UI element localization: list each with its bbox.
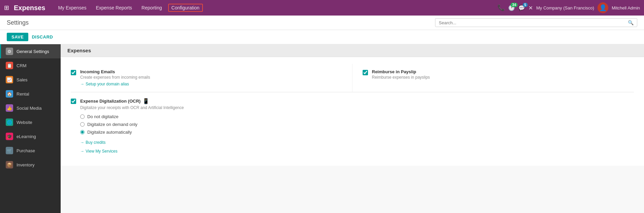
ocr-title: Expense Digitalization (OCR) 📱 bbox=[80, 98, 184, 104]
message-icon[interactable]: 💬 5 bbox=[518, 5, 525, 11]
ocr-checkbox[interactable] bbox=[71, 99, 76, 104]
incoming-emails-label: Incoming Emails bbox=[80, 69, 150, 74]
option-do-not-digitalize[interactable]: Do not digitalize bbox=[80, 114, 634, 119]
sidebar-label-general: General Settings bbox=[17, 49, 49, 54]
sidebar-item-website[interactable]: 🌐 Website bbox=[0, 115, 61, 129]
sidebar-item-inventory[interactable]: 📦 Inventory bbox=[0, 158, 61, 172]
buy-credits-link[interactable]: → Buy credits bbox=[80, 140, 634, 145]
apps-grid-icon[interactable]: ⊞ bbox=[4, 4, 9, 11]
message-badge: 5 bbox=[523, 3, 528, 7]
reimburse-desc: Reimburse expenses in payslips bbox=[372, 75, 430, 80]
settings-body: Incoming Emails Create expenses from inc… bbox=[61, 57, 644, 166]
phone-icon[interactable]: 📞 bbox=[497, 4, 505, 11]
sidebar-item-purchase[interactable]: 🛒 Purchase bbox=[0, 143, 61, 158]
website-icon: 🌐 bbox=[6, 118, 13, 126]
ocr-icon: 📱 bbox=[143, 98, 149, 104]
setup-domain-link[interactable]: → Setup your domain alias bbox=[80, 82, 150, 86]
top-nav-right: 📞 🕐 34 💬 5 ✕ My Company (San Francisco) … bbox=[497, 2, 640, 13]
sales-icon: 📈 bbox=[6, 76, 13, 83]
sidebar-label-inventory: Inventory bbox=[17, 162, 34, 167]
top-navigation: ⊞ Expenses My Expenses Expense Reports R… bbox=[0, 0, 644, 16]
search-bar: 🔍 bbox=[435, 18, 637, 27]
sidebar-label-sales: Sales bbox=[17, 77, 28, 82]
sidebar-label-elearning: eLearning bbox=[17, 134, 36, 139]
crm-icon: 📋 bbox=[6, 62, 13, 69]
section-header: Expenses bbox=[61, 44, 644, 57]
nav-my-expenses[interactable]: My Expenses bbox=[55, 4, 90, 12]
general-settings-icon: ⚙ bbox=[6, 48, 13, 55]
sidebar-label-social: Social Media bbox=[17, 106, 41, 111]
sidebar-label-purchase: Purchase bbox=[17, 148, 35, 153]
activity-badge: 34 bbox=[511, 3, 518, 7]
reimburse-setting: Reimburse in Payslip Reimburse expenses … bbox=[352, 64, 634, 92]
ocr-desc: Digitalize your receipts with OCR and Ar… bbox=[80, 105, 184, 110]
nav-configuration[interactable]: Configuration bbox=[168, 4, 203, 12]
sidebar-item-rental[interactable]: 🏠 Rental bbox=[0, 87, 61, 101]
incoming-emails-desc: Create expenses from incoming emails bbox=[80, 75, 150, 80]
rental-icon: 🏠 bbox=[6, 90, 13, 98]
search-icon[interactable]: 🔍 bbox=[628, 20, 634, 25]
page-title: Settings bbox=[7, 19, 431, 26]
ocr-links: → Buy credits → View My Services bbox=[80, 138, 634, 154]
reimburse-checkbox[interactable] bbox=[363, 70, 368, 75]
elearning-icon: 🎓 bbox=[6, 133, 13, 140]
radio-do-not-digitalize[interactable] bbox=[80, 114, 85, 119]
user-name: Mitchell Admin bbox=[612, 5, 640, 10]
social-icon: 👍 bbox=[6, 104, 13, 112]
radio-digitalize-auto[interactable] bbox=[80, 130, 85, 134]
save-button[interactable]: SAVE bbox=[7, 33, 28, 41]
sidebar-label-crm: CRM bbox=[17, 63, 27, 68]
ocr-content: Expense Digitalization (OCR) 📱 Digitaliz… bbox=[80, 98, 184, 110]
avatar[interactable]: 👤 bbox=[597, 2, 608, 13]
sidebar-item-sales[interactable]: 📈 Sales bbox=[0, 73, 61, 87]
view-my-services-link[interactable]: → View My Services bbox=[80, 149, 634, 154]
nav-reporting[interactable]: Reporting bbox=[138, 4, 165, 12]
sidebar-item-social-media[interactable]: 👍 Social Media bbox=[0, 101, 61, 115]
sidebar-item-crm[interactable]: 📋 CRM bbox=[0, 58, 61, 73]
main-layout: ⚙ General Settings 📋 CRM 📈 Sales 🏠 Renta… bbox=[0, 44, 644, 213]
option-digitalize-demand[interactable]: Digitalize on demand only bbox=[80, 122, 634, 127]
arrow-right-icon-3: → bbox=[80, 149, 84, 154]
arrow-right-icon: → bbox=[80, 82, 84, 86]
inventory-icon: 📦 bbox=[6, 161, 13, 168]
content-area: Expenses Incoming Emails Create expenses… bbox=[61, 44, 644, 213]
nav-expense-reports[interactable]: Expense Reports bbox=[92, 4, 135, 12]
sidebar-label-rental: Rental bbox=[17, 91, 29, 97]
incoming-emails-content: Incoming Emails Create expenses from inc… bbox=[80, 69, 150, 86]
activity-icon[interactable]: 🕐 34 bbox=[508, 5, 515, 11]
subheader: Settings 🔍 bbox=[0, 16, 644, 30]
sidebar-item-elearning[interactable]: 🎓 eLearning bbox=[0, 129, 61, 143]
ocr-header: Expense Digitalization (OCR) 📱 Digitaliz… bbox=[71, 98, 634, 110]
radio-digitalize-demand[interactable] bbox=[80, 122, 85, 127]
purchase-icon: 🛒 bbox=[6, 147, 13, 154]
reimburse-label: Reimburse in Payslip bbox=[372, 69, 430, 74]
sidebar: ⚙ General Settings 📋 CRM 📈 Sales 🏠 Renta… bbox=[0, 44, 61, 213]
sidebar-item-general-settings[interactable]: ⚙ General Settings bbox=[0, 44, 61, 58]
app-title: Expenses bbox=[14, 4, 45, 12]
option-digitalize-auto[interactable]: Digitalize automatically bbox=[80, 130, 634, 135]
action-row: SAVE DISCARD bbox=[0, 30, 644, 44]
company-name: My Company (San Francisco) bbox=[536, 5, 594, 10]
reimburse-content: Reimburse in Payslip Reimburse expenses … bbox=[372, 69, 430, 80]
digitalize-options: Do not digitalize Digitalize on demand o… bbox=[80, 114, 634, 135]
search-input[interactable] bbox=[439, 20, 628, 25]
incoming-emails-checkbox[interactable] bbox=[71, 70, 76, 75]
discard-button[interactable]: DISCARD bbox=[32, 34, 53, 39]
ocr-section: Expense Digitalization (OCR) 📱 Digitaliz… bbox=[71, 92, 634, 159]
incoming-emails-setting: Incoming Emails Create expenses from inc… bbox=[71, 64, 352, 92]
arrow-right-icon-2: → bbox=[80, 140, 84, 145]
sidebar-label-website: Website bbox=[17, 120, 32, 125]
close-icon[interactable]: ✕ bbox=[528, 5, 533, 11]
